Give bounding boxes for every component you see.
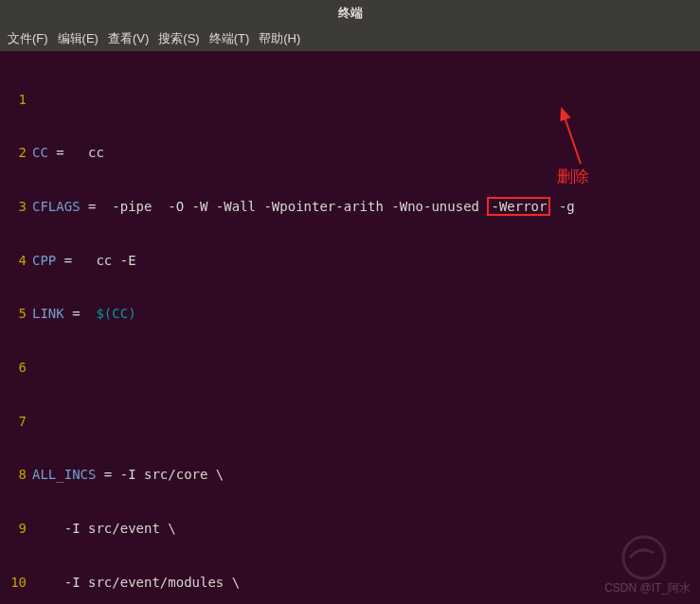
menu-file[interactable]: 文件(F): [8, 30, 48, 47]
highlighted-flag: -Werror: [487, 197, 550, 216]
code-line: -I src/event \: [32, 520, 700, 538]
line-number: 6: [0, 359, 32, 377]
code-line: CPP = cc -E: [32, 252, 700, 270]
code-line: [32, 359, 700, 377]
code-line: ALL_INCS = -I src/core \: [32, 466, 700, 484]
window-title: 终端: [338, 6, 363, 20]
line-number: 8: [0, 466, 32, 484]
code-line: [32, 91, 700, 109]
line-number: 5: [0, 305, 32, 323]
menu-search[interactable]: 搜索(S): [158, 30, 199, 47]
menu-edit[interactable]: 编辑(E): [58, 30, 99, 47]
line-number: 3: [0, 198, 32, 216]
editor-area[interactable]: 1 2CC = cc 3CFLAGS = -pipe -O -W -Wall -…: [0, 51, 700, 604]
code-line: LINK = $(CC): [32, 305, 700, 323]
line-number: 1: [0, 91, 32, 109]
code-line: CC = cc: [32, 144, 700, 162]
menu-bar: 文件(F) 编辑(E) 查看(V) 搜索(S) 终端(T) 帮助(H): [0, 27, 700, 51]
line-number: 4: [0, 252, 32, 270]
menu-help[interactable]: 帮助(H): [259, 30, 300, 47]
menu-terminal[interactable]: 终端(T): [209, 30, 250, 47]
line-number: 9: [0, 520, 32, 538]
line-number: 10: [0, 574, 32, 592]
code-line: CFLAGS = -pipe -O -W -Wall -Wpointer-ari…: [32, 198, 700, 216]
window-title-bar: 终端: [0, 0, 700, 27]
line-number: 7: [0, 413, 32, 431]
line-number: 2: [0, 144, 32, 162]
code-line: [32, 413, 700, 431]
menu-view[interactable]: 查看(V): [108, 30, 149, 47]
code-line: -I src/event/modules \: [32, 574, 700, 592]
